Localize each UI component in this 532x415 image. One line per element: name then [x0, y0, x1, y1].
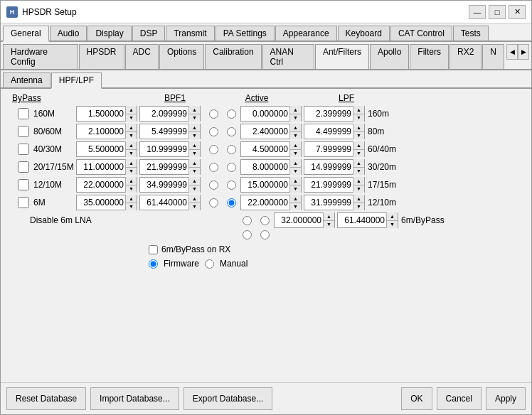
import-db-button[interactable]: Import Database...: [90, 387, 179, 410]
lpf-low-down-3[interactable]: ▼: [289, 168, 301, 176]
lpf-low-down-5[interactable]: ▼: [289, 203, 301, 211]
tab-display[interactable]: Display: [87, 26, 131, 41]
bpf1-high-up-0[interactable]: ▲: [188, 106, 200, 114]
bpf1-high-input-1[interactable]: [140, 124, 188, 139]
active-radio-1[interactable]: [209, 127, 218, 136]
lpf-high-down-3[interactable]: ▼: [353, 168, 364, 176]
lpf-high-down-4[interactable]: ▼: [353, 185, 364, 193]
lpf-high-extra-input[interactable]: [338, 213, 386, 227]
active-radio-5[interactable]: [209, 198, 218, 208]
lpf-radio-3[interactable]: [227, 163, 236, 172]
bpf1-high-down-1[interactable]: ▼: [188, 132, 200, 140]
lpf-low-up-1[interactable]: ▲: [289, 124, 301, 132]
bpf1-high-input-4[interactable]: [140, 178, 188, 192]
export-db-button[interactable]: Export Database...: [183, 387, 272, 410]
lpf-radio-0[interactable]: [227, 109, 236, 119]
tab-hpsdr[interactable]: HPSDR: [79, 44, 124, 69]
bpf1-high-up-2[interactable]: ▲: [188, 141, 200, 150]
lpf-high-up-3[interactable]: ▲: [353, 159, 364, 168]
lpf-radio-5[interactable]: [227, 198, 236, 208]
bpf1-high-input-3[interactable]: [140, 160, 188, 174]
lpf-low-extra-up[interactable]: ▲: [323, 212, 334, 221]
lpf-low-down-0[interactable]: ▼: [289, 114, 301, 122]
bpf1-high-down-4[interactable]: ▼: [188, 185, 200, 193]
apply-button[interactable]: Apply: [486, 387, 526, 410]
tab-filters[interactable]: Filters: [410, 44, 449, 69]
lpf-high-input-5[interactable]: [304, 195, 353, 210]
bpf1-low-input-1[interactable]: [77, 124, 125, 139]
lpf-high-down-1[interactable]: ▼: [353, 132, 364, 140]
lpf-high-extra-up[interactable]: ▲: [386, 212, 398, 221]
bpf1-high-input-5[interactable]: [140, 195, 188, 210]
active-radio-4[interactable]: [209, 180, 218, 190]
lpf-high-up-4[interactable]: ▲: [353, 177, 364, 185]
active-radio-0[interactable]: [209, 109, 218, 119]
tab-nav-right[interactable]: ▶: [518, 44, 529, 60]
ok-button[interactable]: OK: [401, 387, 432, 410]
lpf-low-up-5[interactable]: ▲: [289, 195, 301, 203]
lpf-low-up-2[interactable]: ▲: [289, 141, 301, 150]
cancel-button[interactable]: Cancel: [437, 387, 482, 410]
bpf1-high-down-0[interactable]: ▼: [188, 114, 200, 122]
tab-hpf-lpf[interactable]: HPF/LPF: [51, 72, 102, 89]
bpf1-low-up-2[interactable]: ▲: [125, 141, 137, 150]
lpf-low-up-0[interactable]: ▲: [289, 106, 301, 114]
minimize-button[interactable]: —: [469, 5, 486, 19]
bpf1-low-down-2[interactable]: ▼: [125, 150, 137, 158]
lpf-low-up-4[interactable]: ▲: [289, 177, 301, 185]
tab-rx2[interactable]: RX2: [449, 44, 482, 69]
bpf1-high-up-3[interactable]: ▲: [188, 159, 200, 168]
bpf1-low-input-3[interactable]: [77, 160, 125, 174]
active-radio-extra1[interactable]: [243, 216, 252, 225]
bpf1-high-input-0[interactable]: [140, 107, 188, 121]
lpf-low-up-3[interactable]: ▲: [289, 159, 301, 168]
tab-nav-left[interactable]: ◀: [506, 44, 518, 60]
tab-cat-control[interactable]: CAT Control: [390, 26, 452, 41]
active-radio-2[interactable]: [209, 145, 218, 154]
bpf1-low-input-5[interactable]: [77, 195, 125, 210]
bpf1-high-up-5[interactable]: ▲: [188, 195, 200, 203]
tab-apollo[interactable]: Apollo: [370, 44, 409, 69]
bpf1-high-up-4[interactable]: ▲: [188, 177, 200, 185]
bypass-checkbox-1[interactable]: [18, 126, 29, 137]
lpf-low-extra-down[interactable]: ▼: [323, 221, 334, 229]
lpf-high-down-5[interactable]: ▼: [353, 203, 364, 211]
tab-general[interactable]: General: [3, 26, 49, 42]
bpf1-high-down-2[interactable]: ▼: [188, 150, 200, 158]
tab-appearance[interactable]: Appearance: [275, 26, 337, 41]
lpf-low-extra-input[interactable]: [275, 213, 323, 227]
lpf-radio-extra1[interactable]: [260, 216, 270, 225]
tab-transmit[interactable]: Transmit: [166, 26, 214, 41]
tab-dsp[interactable]: DSP: [132, 26, 166, 41]
bpf1-low-down-1[interactable]: ▼: [125, 132, 137, 140]
lpf-radio-1[interactable]: [227, 127, 236, 136]
bpf1-low-up-3[interactable]: ▲: [125, 159, 137, 168]
lpf-high-input-4[interactable]: [304, 178, 353, 192]
bpf1-low-down-3[interactable]: ▼: [125, 168, 137, 176]
lpf-high-input-2[interactable]: [304, 142, 353, 156]
bpf1-low-up-4[interactable]: ▲: [125, 177, 137, 185]
bypass-checkbox-5[interactable]: [18, 197, 29, 208]
lpf-low-down-1[interactable]: ▼: [289, 132, 301, 140]
bypass-checkbox-4[interactable]: [18, 179, 29, 190]
tab-ant-filters[interactable]: Ant/Filters: [315, 44, 369, 70]
bypass-checkbox-2[interactable]: [18, 144, 29, 155]
tab-n[interactable]: N: [482, 44, 504, 69]
tab-options[interactable]: Options: [159, 44, 204, 69]
bpf1-high-down-5[interactable]: ▼: [188, 203, 200, 211]
bpf1-low-input-4[interactable]: [77, 178, 125, 192]
lpf-low-input-5[interactable]: [241, 195, 289, 210]
lpf-low-down-4[interactable]: ▼: [289, 185, 301, 193]
lpf-low-input-0[interactable]: [241, 107, 289, 121]
lpf-high-up-5[interactable]: ▲: [353, 195, 364, 203]
lpf-low-input-1[interactable]: [241, 124, 289, 139]
lpf-radio-2[interactable]: [227, 145, 236, 154]
lpf-high-input-0[interactable]: [304, 107, 353, 121]
lpf-high-up-0[interactable]: ▲: [353, 106, 364, 114]
active-radio-extra2[interactable]: [243, 230, 252, 239]
lpf-high-down-0[interactable]: ▼: [353, 114, 364, 122]
tab-adc[interactable]: ADC: [125, 44, 159, 69]
restore-button[interactable]: □: [489, 5, 506, 19]
tab-pa-settings[interactable]: PA Settings: [216, 26, 275, 41]
bpf1-low-down-0[interactable]: ▼: [125, 114, 137, 122]
